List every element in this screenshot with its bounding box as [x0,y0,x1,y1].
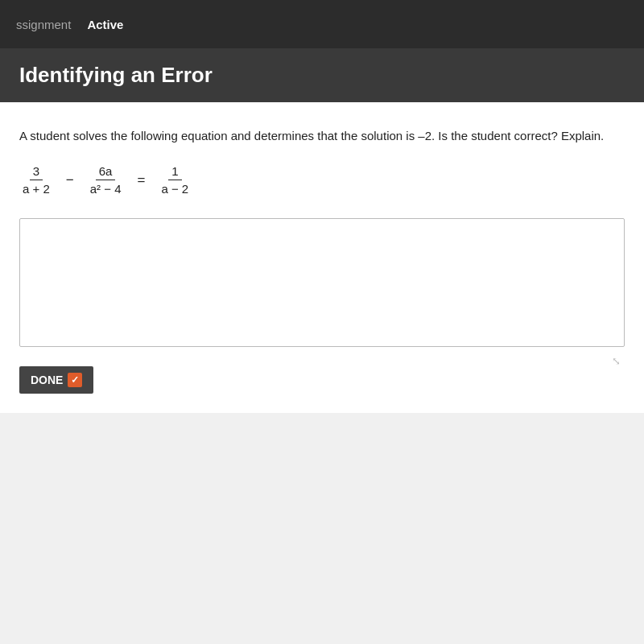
minus-operator: − [63,172,77,188]
content-area: A student solves the following equation … [0,102,644,413]
resize-handle: ⤡ [612,355,620,363]
equation-container: 3 a + 2 − 6a a² − 4 = 1 a − 2 [19,164,625,196]
fraction-3: 1 a − 2 [158,164,192,196]
frac2-numerator: 6a [96,164,116,180]
done-button[interactable]: DONE ✓ [19,366,93,394]
answer-input[interactable] [19,218,625,347]
top-nav: ssignment Active [0,0,644,48]
done-check-icon: ✓ [68,373,82,387]
question-text: A student solves the following equation … [19,126,625,145]
fraction-1: 3 a + 2 [19,164,53,196]
title-bar: Identifying an Error [0,48,644,102]
frac1-denominator: a + 2 [19,180,53,196]
nav-active-label: Active [87,18,123,31]
done-label: DONE [31,374,63,386]
frac1-numerator: 3 [30,164,43,180]
answer-wrapper: ⤡ [19,218,625,366]
page-title: Identifying an Error [19,63,625,88]
nav-assignment-label: ssignment [16,18,71,31]
frac2-denominator: a² − 4 [87,180,125,196]
equals-operator: = [134,172,149,188]
fraction-2: 6a a² − 4 [87,164,125,196]
frac3-numerator: 1 [168,164,181,180]
frac3-denominator: a − 2 [158,180,192,196]
